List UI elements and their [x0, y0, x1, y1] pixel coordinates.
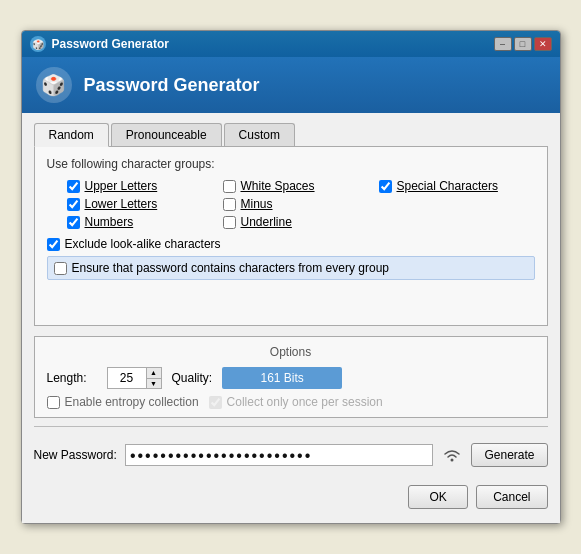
- minus-item: Minus: [223, 197, 379, 211]
- tab-random[interactable]: Random: [34, 123, 109, 147]
- header-title: Password Generator: [84, 75, 260, 96]
- collect-label-group: Collect only once per session: [209, 395, 383, 409]
- lower-letters-label[interactable]: Lower Letters: [85, 197, 158, 211]
- length-spinner[interactable]: ▲ ▼: [107, 367, 162, 389]
- underline-checkbox[interactable]: [223, 216, 236, 229]
- header-icon: 🎲: [36, 67, 72, 103]
- cancel-button[interactable]: Cancel: [476, 485, 547, 509]
- tab-panel: Use following character groups: Upper Le…: [34, 146, 548, 326]
- quality-label: Quality:: [172, 371, 213, 385]
- password-label: New Password:: [34, 448, 117, 462]
- window-title: Password Generator: [52, 37, 169, 51]
- exclude-checkbox[interactable]: [47, 238, 60, 251]
- numbers-checkbox[interactable]: [67, 216, 80, 229]
- upper-letters-label[interactable]: Upper Letters: [85, 179, 158, 193]
- entropy-check-group: Enable entropy collection: [47, 395, 199, 409]
- collect-label: Collect only once per session: [227, 395, 383, 409]
- title-buttons: – □ ✕: [494, 37, 552, 51]
- maximize-button[interactable]: □: [514, 37, 532, 51]
- ensure-label[interactable]: Ensure that password contains characters…: [72, 261, 389, 275]
- length-label: Length:: [47, 371, 97, 385]
- exclude-row: Exclude look-alike characters: [47, 237, 535, 251]
- password-value: ••••••••••••••••••••••••: [130, 447, 312, 464]
- special-chars-label[interactable]: Special Characters: [397, 179, 498, 193]
- generate-button[interactable]: Generate: [471, 443, 547, 467]
- options-section: Options Length: ▲ ▼ Quality: 161 Bits: [34, 336, 548, 418]
- title-bar: 🎲 Password Generator – □ ✕: [22, 31, 560, 57]
- entropy-label[interactable]: Enable entropy collection: [65, 395, 199, 409]
- length-input[interactable]: [108, 371, 146, 385]
- quality-bar: 161 Bits: [222, 367, 342, 389]
- minimize-button[interactable]: –: [494, 37, 512, 51]
- underline-item: Underline: [223, 215, 379, 229]
- white-spaces-label[interactable]: White Spaces: [241, 179, 315, 193]
- bottom-buttons: OK Cancel: [34, 481, 548, 513]
- tab-bar: Random Pronounceable Custom: [34, 123, 548, 146]
- spinner-up[interactable]: ▲: [147, 368, 161, 379]
- options-title: Options: [47, 345, 535, 359]
- upper-letters-item: Upper Letters: [67, 179, 223, 193]
- lower-letters-item: Lower Letters: [67, 197, 223, 211]
- lower-letters-checkbox[interactable]: [67, 198, 80, 211]
- minus-label[interactable]: Minus: [241, 197, 273, 211]
- white-spaces-checkbox[interactable]: [223, 180, 236, 193]
- main-window: 🎲 Password Generator – □ ✕ 🎲 Password Ge…: [21, 30, 561, 524]
- group-label: Use following character groups:: [47, 157, 535, 171]
- signal-icon[interactable]: [441, 444, 463, 466]
- exclude-label[interactable]: Exclude look-alike characters: [65, 237, 221, 251]
- numbers-item: Numbers: [67, 215, 223, 229]
- upper-letters-checkbox[interactable]: [67, 180, 80, 193]
- ok-button[interactable]: OK: [408, 485, 468, 509]
- numbers-label[interactable]: Numbers: [85, 215, 134, 229]
- spinner-down[interactable]: ▼: [147, 379, 161, 389]
- special-chars-item: Special Characters: [379, 179, 535, 193]
- entropy-row: Enable entropy collection Collect only o…: [47, 395, 535, 409]
- tab-custom[interactable]: Custom: [224, 123, 295, 146]
- ensure-checkbox[interactable]: [54, 262, 67, 275]
- underline-label[interactable]: Underline: [241, 215, 292, 229]
- divider: [34, 426, 548, 427]
- close-button[interactable]: ✕: [534, 37, 552, 51]
- tab-pronounceable[interactable]: Pronounceable: [111, 123, 222, 146]
- minus-checkbox[interactable]: [223, 198, 236, 211]
- password-field[interactable]: ••••••••••••••••••••••••: [125, 444, 434, 466]
- character-groups: Upper Letters White Spaces Special Chara…: [47, 179, 535, 229]
- password-row: New Password: •••••••••••••••••••••••• G…: [34, 437, 548, 473]
- svg-point-0: [451, 459, 454, 462]
- content-area: Random Pronounceable Custom Use followin…: [22, 113, 560, 523]
- spinner-buttons: ▲ ▼: [146, 368, 161, 388]
- special-chars-checkbox[interactable]: [379, 180, 392, 193]
- header: 🎲 Password Generator: [22, 57, 560, 113]
- white-spaces-item: White Spaces: [223, 179, 379, 193]
- ensure-row: Ensure that password contains characters…: [47, 256, 535, 280]
- app-icon: 🎲: [30, 36, 46, 52]
- quality-value: 161 Bits: [261, 371, 304, 385]
- collect-checkbox: [209, 396, 222, 409]
- entropy-checkbox[interactable]: [47, 396, 60, 409]
- length-quality-row: Length: ▲ ▼ Quality: 161 Bits: [47, 367, 535, 389]
